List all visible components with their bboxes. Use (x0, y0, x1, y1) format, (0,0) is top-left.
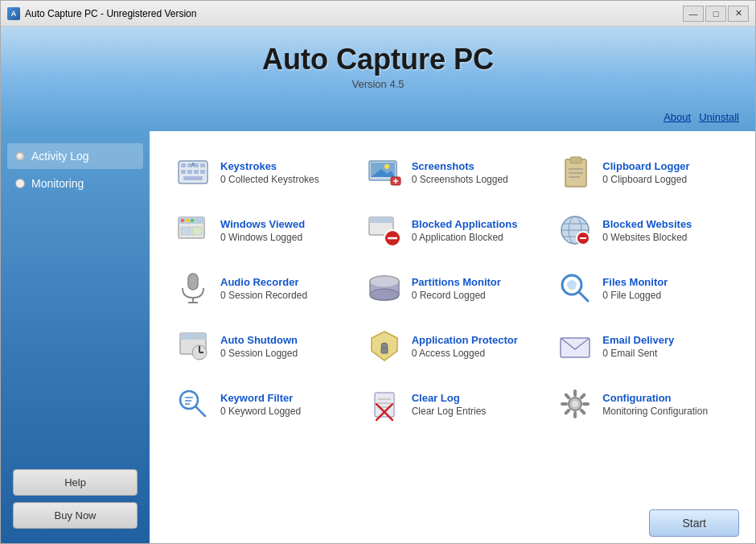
feature-item-auto-shutdown[interactable]: Auto Shutdown0 Session Logged (166, 317, 357, 375)
feature-name-windows-viewed: Windows Viewed (220, 218, 305, 230)
screenshots-icon (365, 153, 404, 192)
keystrokes-icon: # (174, 153, 212, 192)
feature-name-application-protector: Application Protector (412, 334, 518, 346)
window-controls: — □ ✕ (683, 6, 749, 22)
feature-item-files-monitor[interactable]: Files Monitor0 File Logged (548, 259, 739, 317)
files-monitor-icon (556, 269, 594, 307)
configuration-icon (556, 385, 594, 423)
blocked-websites-icon (556, 211, 594, 249)
svg-point-51 (567, 280, 577, 290)
feature-name-keystrokes: Keystrokes (220, 160, 319, 172)
svg-point-27 (186, 219, 189, 222)
sidebar-label-monitoring: Monitoring (31, 177, 84, 190)
feature-count-partitions-monitor: 0 Record Logged (412, 290, 501, 301)
sidebar-dot-activity-log (15, 151, 25, 161)
feature-item-clear-log[interactable]: Clear LogClear Log Entries (357, 375, 549, 433)
header-links: About Uninstall (664, 111, 739, 123)
sidebar-label-activity-log: Activity Log (31, 150, 89, 163)
svg-line-80 (566, 395, 569, 398)
help-button[interactable]: Help (13, 469, 138, 496)
svg-point-28 (191, 219, 194, 222)
svg-rect-8 (200, 170, 205, 174)
feature-count-clear-log: Clear Log Entries (412, 406, 487, 417)
application-protector-icon (365, 327, 404, 365)
feature-name-files-monitor: Files Monitor (602, 276, 668, 288)
windows-viewed-icon (174, 211, 212, 249)
svg-rect-7 (194, 170, 199, 174)
svg-point-48 (370, 276, 399, 287)
feature-count-clipboard-logger: 0 Clipboard Logged (602, 174, 689, 185)
feature-item-configuration[interactable]: ConfigurationMonitoring Configuration (548, 375, 739, 433)
feature-name-partitions-monitor: Partitions Monitor (412, 276, 501, 288)
svg-line-82 (581, 395, 585, 398)
feature-item-blocked-websites[interactable]: Blocked Websites0 Websites Blocked (548, 201, 739, 259)
feature-count-keyword-filter: 0 Keyword Logged (220, 406, 301, 417)
minimize-button[interactable]: — (683, 6, 704, 22)
maximize-button[interactable]: □ (705, 6, 726, 22)
feature-count-files-monitor: 0 File Logged (602, 290, 668, 301)
sidebar-dot-monitoring (15, 179, 25, 188)
feature-name-email-delivery: Email Delivery (602, 334, 674, 346)
svg-line-76 (581, 410, 585, 414)
sidebar-item-monitoring[interactable]: Monitoring (7, 171, 143, 196)
content-area: #Keystrokes0 Collected KeystrokesScreens… (150, 131, 755, 544)
app-title: Auto Capture PC (17, 43, 739, 76)
feature-count-blocked-websites: 0 Websites Blocked (602, 232, 692, 243)
main-container: Activity Log Monitoring Help Buy Now #Ke… (1, 131, 755, 544)
svg-rect-29 (181, 227, 191, 235)
svg-rect-1 (181, 163, 186, 167)
svg-rect-19 (570, 157, 581, 163)
svg-rect-54 (180, 336, 206, 340)
svg-line-78 (566, 410, 569, 414)
feature-name-clipboard-logger: Clipboard Logger (602, 160, 689, 172)
feature-item-partitions-monitor[interactable]: Partitions Monitor0 Record Logged (357, 259, 549, 317)
feature-item-audio-recorder[interactable]: Audio Recorder0 Session Recorded (166, 259, 357, 317)
feature-name-clear-log: Clear Log (412, 392, 487, 404)
uninstall-link[interactable]: Uninstall (699, 111, 739, 123)
start-button[interactable]: Start (649, 509, 739, 537)
feature-count-audio-recorder: 0 Session Recorded (220, 290, 307, 301)
features-grid: #Keystrokes0 Collected KeystrokesScreens… (166, 143, 739, 433)
feature-name-blocked-websites: Blocked Websites (602, 218, 692, 230)
sidebar-nav: Activity Log Monitoring (1, 139, 150, 200)
feature-item-email-delivery[interactable]: Email Delivery0 Email Sent (548, 317, 739, 375)
feature-name-audio-recorder: Audio Recorder (220, 276, 307, 288)
bottom-bar: Start (649, 509, 739, 537)
close-button[interactable]: ✕ (728, 6, 749, 22)
feature-count-screenshots: 0 Screenshots Logged (412, 174, 508, 185)
feature-name-screenshots: Screenshots (412, 160, 508, 172)
feature-item-keystrokes[interactable]: #Keystrokes0 Collected Keystrokes (166, 143, 357, 201)
svg-rect-6 (187, 170, 192, 174)
feature-count-windows-viewed: 0 Windows Logged (220, 232, 305, 243)
feature-item-windows-viewed[interactable]: Windows Viewed0 Windows Logged (166, 201, 357, 259)
svg-text:#: # (191, 162, 195, 167)
feature-count-auto-shutdown: 0 Session Logged (220, 348, 298, 359)
svg-point-26 (181, 219, 184, 222)
feature-count-blocked-applications: 0 Application Blocked (412, 232, 518, 243)
feature-count-keystrokes: 0 Collected Keystrokes (220, 174, 319, 185)
svg-line-50 (579, 292, 588, 301)
svg-point-74 (572, 401, 578, 407)
feature-item-clipboard-logger[interactable]: Clipboard Logger0 Clipboard Logged (548, 143, 739, 201)
sidebar-buttons: Help Buy Now (1, 461, 150, 537)
app-icon: A (7, 7, 20, 20)
feature-item-keyword-filter[interactable]: Keyword Filter0 Keyword Logged (166, 375, 357, 433)
feature-item-screenshots[interactable]: Screenshots0 Screenshots Logged (357, 143, 549, 201)
keyword-filter-icon (174, 385, 212, 423)
feature-item-blocked-applications[interactable]: Blocked Applications0 Application Blocke… (357, 201, 549, 259)
sidebar-item-activity-log[interactable]: Activity Log (7, 143, 143, 169)
about-link[interactable]: About (664, 111, 691, 123)
svg-rect-43 (188, 274, 198, 290)
feature-count-configuration: Monitoring Configuration (602, 406, 708, 417)
feature-count-email-delivery: 0 Email Sent (602, 348, 674, 359)
buy-now-button[interactable]: Buy Now (13, 502, 138, 529)
app-version: Version 4.5 (17, 78, 739, 90)
feature-item-application-protector[interactable]: Application Protector0 Access Logged (357, 317, 549, 375)
svg-rect-60 (381, 348, 388, 353)
clipboard-logger-icon (556, 153, 594, 192)
svg-rect-5 (181, 170, 186, 174)
feature-name-keyword-filter: Keyword Filter (220, 392, 301, 404)
auto-shutdown-icon (174, 327, 212, 365)
feature-name-auto-shutdown: Auto Shutdown (220, 334, 298, 346)
svg-line-63 (195, 406, 205, 416)
